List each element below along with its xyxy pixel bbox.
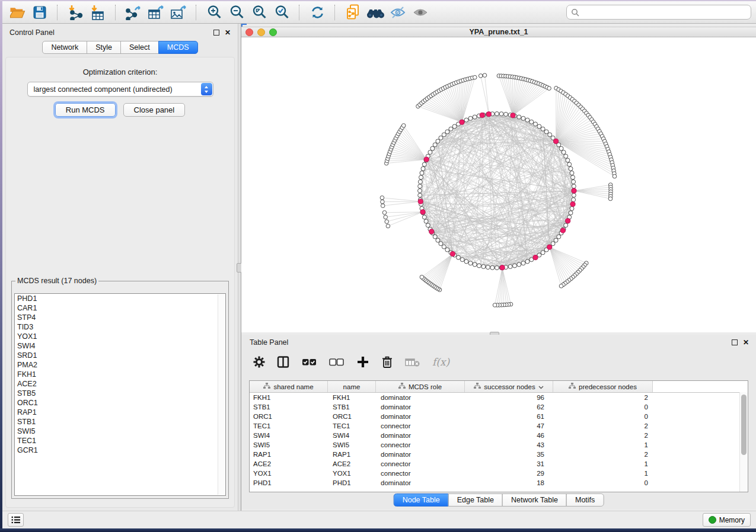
- show-column-panel-button[interactable]: [277, 356, 290, 368]
- tab-motifs[interactable]: Motifs: [566, 493, 604, 507]
- table-cell[interactable]: STB1: [328, 402, 376, 412]
- mcds-result-item[interactable]: CAR1: [15, 303, 225, 313]
- table-cell[interactable]: ORC1: [328, 412, 376, 421]
- table-cell[interactable]: PHD1: [250, 478, 328, 488]
- table-row[interactable]: YOX1YOX1connector291: [250, 469, 748, 478]
- save-session-button[interactable]: [28, 3, 51, 22]
- delete-column-button[interactable]: [381, 355, 393, 368]
- mcds-result-item[interactable]: FKH1: [15, 370, 225, 379]
- memory-button[interactable]: Memory: [703, 513, 751, 527]
- table-cell[interactable]: 43: [465, 440, 553, 450]
- first-neighbors-button[interactable]: [364, 3, 387, 22]
- table-row[interactable]: TEC1TEC1connector472: [250, 421, 748, 431]
- table-cell[interactable]: RAP1: [250, 450, 328, 459]
- search-input[interactable]: [582, 8, 747, 17]
- table-cell[interactable]: 29: [465, 469, 553, 478]
- table-cell[interactable]: 1: [553, 459, 653, 469]
- table-cell[interactable]: PHD1: [328, 478, 376, 488]
- tab-edge-table[interactable]: Edge Table: [448, 493, 503, 507]
- table-row[interactable]: STB1STB1dominator620: [250, 402, 748, 412]
- table-cell[interactable]: RAP1: [328, 450, 376, 459]
- tab-style[interactable]: Style: [87, 41, 121, 54]
- table-cell[interactable]: 47: [465, 421, 553, 431]
- table-cell[interactable]: dominator: [376, 402, 465, 412]
- mcds-result-item[interactable]: SWI5: [15, 427, 225, 436]
- control-panel-float-button[interactable]: [213, 30, 219, 36]
- mcds-result-item[interactable]: STB5: [15, 389, 225, 398]
- mcds-result-item[interactable]: ACE2: [15, 379, 225, 389]
- mcds-result-item[interactable]: SRD1: [15, 351, 225, 360]
- mcds-result-item[interactable]: PHD1: [15, 294, 225, 303]
- export-image-button[interactable]: [167, 3, 190, 22]
- table-cell[interactable]: 96: [465, 393, 553, 402]
- open-file-button[interactable]: [6, 3, 28, 22]
- table-cell[interactable]: ORC1: [250, 412, 328, 421]
- table-cell[interactable]: 35: [465, 450, 553, 459]
- table-row[interactable]: ORC1ORC1dominator610: [250, 412, 748, 421]
- import-table-button[interactable]: [87, 3, 109, 22]
- mcds-result-item[interactable]: GCR1: [15, 446, 225, 455]
- show-panels-list-button[interactable]: [8, 513, 24, 527]
- table-cell[interactable]: 2: [553, 450, 653, 459]
- column-header-name[interactable]: name: [328, 381, 376, 392]
- table-row[interactable]: ACE2ACE2connector311: [250, 459, 748, 469]
- export-network-button[interactable]: [122, 3, 145, 22]
- table-cell[interactable]: YOX1: [328, 469, 376, 478]
- mcds-result-item[interactable]: TEC1: [15, 436, 225, 446]
- tab-node-table[interactable]: Node Table: [394, 493, 449, 507]
- table-cell[interactable]: 1: [553, 469, 653, 478]
- table-cell[interactable]: 2: [553, 421, 653, 431]
- table-cell[interactable]: connector: [376, 421, 465, 431]
- column-header-MCDS-role[interactable]: MCDS role: [376, 381, 465, 392]
- table-cell[interactable]: dominator: [376, 450, 465, 459]
- table-cell[interactable]: TEC1: [328, 421, 376, 431]
- table-cell[interactable]: 2: [553, 431, 653, 440]
- zoom-fit-button[interactable]: [248, 3, 270, 22]
- table-cell[interactable]: 0: [553, 478, 653, 488]
- zoom-selected-button[interactable]: [270, 3, 293, 22]
- table-cell[interactable]: connector: [376, 469, 465, 478]
- table-cell[interactable]: 46: [465, 431, 553, 440]
- table-row[interactable]: FKH1FKH1dominator962: [250, 393, 748, 402]
- create-column-button[interactable]: [356, 355, 369, 368]
- tab-network[interactable]: Network: [42, 41, 87, 54]
- show-all-button[interactable]: [409, 3, 432, 22]
- table-cell[interactable]: ACE2: [328, 459, 376, 469]
- table-cell[interactable]: 62: [465, 402, 553, 412]
- copy-network-button[interactable]: [342, 3, 364, 22]
- column-header-successor-nodes[interactable]: successor nodes: [465, 381, 553, 392]
- mcds-result-item[interactable]: STB1: [15, 417, 225, 427]
- table-row[interactable]: RAP1RAP1dominator352: [250, 450, 748, 459]
- export-table-button[interactable]: [145, 3, 167, 22]
- zoom-out-button[interactable]: [225, 3, 248, 22]
- table-cell[interactable]: connector: [376, 459, 465, 469]
- table-scrollbar[interactable]: [739, 392, 748, 492]
- function-builder-button-disabled[interactable]: f(x): [432, 356, 449, 368]
- table-cell[interactable]: dominator: [376, 412, 465, 421]
- mcds-result-item[interactable]: SWI4: [15, 341, 225, 351]
- table-cell[interactable]: SWI5: [250, 440, 328, 450]
- table-cell[interactable]: ACE2: [250, 459, 328, 469]
- table-row[interactable]: SWI5SWI5connector431: [250, 440, 748, 450]
- import-network-button[interactable]: [64, 3, 87, 22]
- column-header-predecessor-nodes[interactable]: predecessor nodes: [553, 381, 653, 392]
- table-cell[interactable]: STB1: [250, 402, 328, 412]
- table-cell[interactable]: 61: [465, 412, 553, 421]
- table-cell[interactable]: FKH1: [328, 393, 376, 402]
- mcds-result-item[interactable]: PMA2: [15, 360, 225, 370]
- control-panel-close-button[interactable]: ✕: [225, 29, 231, 36]
- table-cell[interactable]: TEC1: [250, 421, 328, 431]
- table-cell[interactable]: FKH1: [250, 393, 328, 402]
- table-cell[interactable]: dominator: [376, 393, 465, 402]
- network-canvas[interactable]: [241, 37, 756, 332]
- column-header-shared-name[interactable]: shared name: [250, 381, 328, 392]
- table-cell[interactable]: 2: [553, 393, 653, 402]
- table-cell[interactable]: dominator: [376, 478, 465, 488]
- table-cell[interactable]: SWI4: [250, 431, 328, 440]
- tab-select[interactable]: Select: [120, 41, 159, 54]
- table-cell[interactable]: 1: [553, 440, 653, 450]
- table-scrollbar-thumb[interactable]: [741, 395, 747, 455]
- select-all-columns-button[interactable]: [302, 356, 317, 368]
- table-panel-float-button[interactable]: [732, 339, 738, 345]
- table-cell[interactable]: connector: [376, 440, 465, 450]
